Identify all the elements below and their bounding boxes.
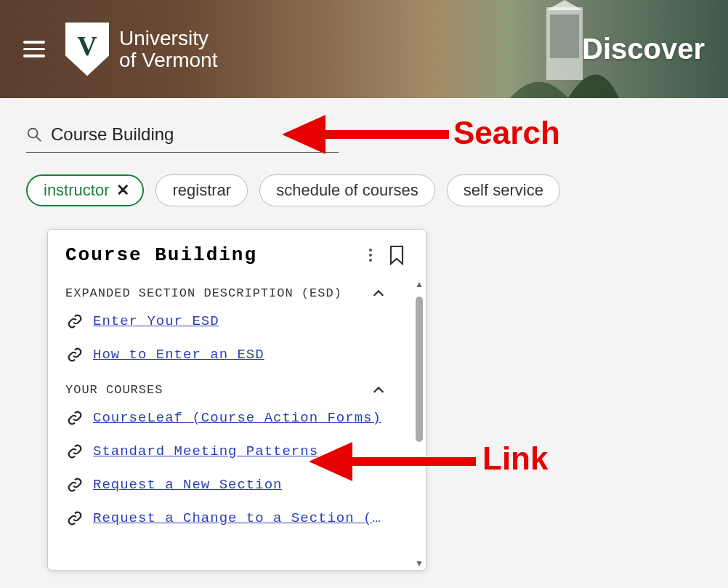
discover-heading: Discover bbox=[582, 33, 705, 65]
link-icon bbox=[67, 410, 83, 426]
course-building-card: Course Building EXPANDED SECTION DESCRIP… bbox=[47, 229, 426, 571]
chevron-up-icon bbox=[372, 287, 385, 300]
annotation-label-link: Link bbox=[482, 440, 548, 477]
filter-chips: instructor ✕ registrar schedule of cours… bbox=[26, 174, 702, 206]
link-row: CourseLeaf (Course Action Forms) bbox=[67, 410, 385, 426]
link-enter-your-esd[interactable]: Enter Your ESD bbox=[93, 313, 219, 329]
link-icon bbox=[67, 510, 83, 526]
link-icon bbox=[67, 443, 83, 459]
section-title: EXPANDED SECTION DESCRIPTION (ESD) bbox=[65, 286, 342, 300]
link-standard-meeting-patterns[interactable]: Standard Meeting Patterns bbox=[93, 443, 318, 459]
header-left: V University of Vermont bbox=[23, 23, 217, 76]
chip-label: schedule of courses bbox=[276, 181, 418, 200]
annotation-arrow-search bbox=[282, 109, 449, 160]
university-name: University of Vermont bbox=[119, 28, 217, 71]
section-title: YOUR COURSES bbox=[65, 383, 163, 397]
scrollbar-thumb[interactable] bbox=[416, 297, 423, 442]
annotation-arrow-link bbox=[309, 436, 476, 487]
svg-rect-0 bbox=[546, 7, 583, 80]
section-header-esd[interactable]: EXPANDED SECTION DESCRIPTION (ESD) bbox=[65, 286, 385, 300]
link-row: Request a Change to a Section (Time/Day/… bbox=[67, 510, 385, 526]
chevron-up-icon bbox=[372, 384, 385, 397]
shield-icon: V bbox=[65, 23, 109, 76]
link-request-change-section[interactable]: Request a Change to a Section (Time/Day/… bbox=[93, 510, 385, 526]
scroll-down-arrow-icon[interactable]: ▼ bbox=[415, 558, 424, 568]
chip-schedule-of-courses[interactable]: schedule of courses bbox=[259, 174, 435, 206]
link-icon bbox=[67, 313, 83, 329]
link-row: Enter Your ESD bbox=[67, 313, 385, 329]
section-esd: EXPANDED SECTION DESCRIPTION (ESD) Enter… bbox=[65, 286, 418, 363]
chip-label: registrar bbox=[172, 181, 231, 200]
bookmark-icon[interactable] bbox=[388, 245, 405, 265]
section-header-your-courses[interactable]: YOUR COURSES bbox=[65, 383, 385, 397]
card-title: Course Building bbox=[65, 244, 369, 266]
uvm-logo[interactable]: V University of Vermont bbox=[65, 23, 217, 76]
svg-rect-1 bbox=[550, 15, 579, 58]
svg-marker-8 bbox=[309, 442, 352, 481]
chip-registrar[interactable]: registrar bbox=[155, 174, 248, 206]
card-header: Course Building bbox=[65, 244, 418, 266]
more-menu-icon[interactable] bbox=[369, 249, 372, 262]
link-how-to-enter-an-esd[interactable]: How to Enter an ESD bbox=[93, 347, 264, 363]
chip-instructor[interactable]: instructor ✕ bbox=[26, 174, 144, 206]
svg-line-4 bbox=[36, 137, 41, 141]
search-icon bbox=[26, 126, 42, 142]
link-courseleaf[interactable]: CourseLeaf (Course Action Forms) bbox=[93, 410, 381, 426]
chip-self-service[interactable]: self service bbox=[447, 174, 560, 206]
app-header: V University of Vermont Discover bbox=[0, 0, 728, 98]
chip-label: instructor bbox=[44, 181, 109, 200]
svg-marker-6 bbox=[282, 115, 325, 154]
link-request-new-section[interactable]: Request a New Section bbox=[93, 477, 282, 493]
link-row: How to Enter an ESD bbox=[67, 347, 385, 363]
link-icon bbox=[67, 477, 83, 493]
section-links-esd: Enter Your ESD How to Enter an ESD bbox=[67, 313, 385, 363]
link-icon bbox=[67, 347, 83, 363]
chip-label: self service bbox=[464, 181, 543, 200]
annotation-label-search: Search bbox=[453, 115, 560, 151]
hamburger-menu-icon[interactable] bbox=[23, 41, 45, 57]
close-icon[interactable]: ✕ bbox=[116, 181, 129, 200]
scroll-up-arrow-icon[interactable]: ▲ bbox=[415, 279, 424, 289]
svg-point-3 bbox=[28, 129, 38, 138]
svg-marker-2 bbox=[546, 0, 583, 10]
